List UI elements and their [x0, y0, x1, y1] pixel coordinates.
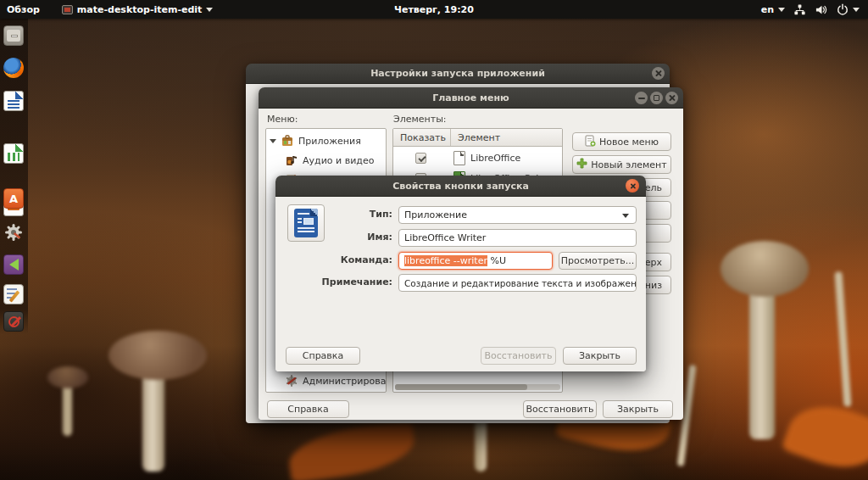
- desktop: Настройки запуска приложений Главное мен…: [0, 0, 868, 480]
- dialog-launcher-properties: Свойства кнопки запуска Тип: Приложение: [275, 176, 646, 371]
- name-input[interactable]: LibreOffice Writer: [398, 229, 637, 247]
- name-value: LibreOffice Writer: [404, 232, 486, 243]
- app-window-icon: [62, 5, 73, 14]
- button-label: Восстановить: [526, 404, 594, 415]
- tree-item-administration[interactable]: Администрировани: [266, 371, 386, 390]
- type-value: Приложение: [404, 209, 467, 220]
- autumn-leaf: [286, 420, 418, 480]
- comment-value: Создание и редактирование текста и изобр…: [404, 278, 637, 288]
- close-icon[interactable]: [665, 92, 678, 104]
- close-icon[interactable]: [652, 67, 665, 80]
- session-menu[interactable]: [837, 0, 860, 19]
- close-button[interactable]: Закрыть: [563, 347, 637, 365]
- browse-button[interactable]: Просмотреть...: [559, 252, 637, 270]
- expander-icon[interactable]: [270, 139, 276, 143]
- window-list-label: mate-desktop-item-edit: [77, 4, 203, 15]
- media-player-icon[interactable]: [3, 254, 24, 275]
- libreoffice-icon: [453, 151, 465, 165]
- window-title: Главное меню: [432, 92, 509, 103]
- top-panel: Обзор mate-desktop-item-edit Четверг, 19…: [0, 0, 868, 19]
- list-header: Показать Элемент: [393, 129, 562, 147]
- plus-icon: [576, 158, 587, 171]
- close-icon[interactable]: [626, 179, 639, 193]
- command-label: Команда:: [326, 254, 392, 265]
- indicator-area: en: [761, 0, 868, 19]
- titlebar-main-menu[interactable]: Главное меню: [259, 87, 683, 109]
- audio-video-icon: [285, 153, 298, 167]
- list-item-label: LibreOffice: [470, 153, 520, 164]
- tree-item-applications[interactable]: Приложения: [266, 131, 386, 150]
- window-list-button[interactable]: mate-desktop-item-edit: [55, 0, 220, 19]
- chevron-down-icon: [206, 8, 213, 12]
- button-label: Восстановить: [485, 350, 553, 361]
- comment-input[interactable]: Создание и редактирование текста и изобр…: [398, 274, 637, 292]
- minimize-icon[interactable]: [635, 92, 648, 104]
- tree-item-label: Администрировани: [303, 376, 387, 387]
- libreoffice-writer-dock-icon[interactable]: [3, 91, 24, 111]
- revert-button-disabled: Восстановить: [481, 347, 556, 365]
- libreoffice-writer-icon: [294, 209, 318, 237]
- comment-label: Примечание:: [306, 276, 392, 287]
- command-rest: %U: [487, 255, 506, 266]
- dock: A: [0, 19, 28, 334]
- name-label: Имя:: [326, 232, 392, 243]
- items-section-label: Элементы:: [393, 114, 447, 125]
- button-label: Закрыть: [579, 350, 620, 361]
- new-menu-button[interactable]: Новое меню: [572, 132, 671, 151]
- keyboard-layout-label: en: [761, 4, 774, 15]
- new-item-button[interactable]: Новый элемент: [572, 155, 671, 174]
- text-editor-icon[interactable]: [3, 284, 24, 304]
- network-icon[interactable]: [793, 3, 806, 16]
- help-button[interactable]: Справка: [286, 347, 360, 365]
- maximize-icon[interactable]: [650, 92, 663, 104]
- button-label: Закрыть: [617, 404, 659, 415]
- launcher-icon-button[interactable]: [287, 204, 325, 242]
- dialog-body: Тип: Приложение Имя: LibreOffice Writer …: [275, 197, 646, 371]
- menu-section-label: Меню:: [267, 114, 298, 125]
- selected-text: libreoffice --writer: [404, 255, 487, 266]
- column-element[interactable]: Элемент: [451, 129, 500, 146]
- screenshot-tool-icon[interactable]: [3, 311, 24, 332]
- type-label: Тип:: [326, 209, 392, 220]
- titlebar-launch-settings[interactable]: Настройки запуска приложений: [246, 64, 670, 84]
- administration-icon: [285, 374, 298, 388]
- help-button[interactable]: Справка: [267, 400, 349, 418]
- software-center-icon[interactable]: A: [3, 188, 24, 209]
- revert-button[interactable]: Восстановить: [523, 400, 597, 418]
- dialog-title: Свойства кнопки запуска: [392, 181, 529, 192]
- button-label: Просмотреть...: [561, 255, 635, 266]
- overview-label: Обзор: [7, 4, 40, 15]
- firefox-icon[interactable]: [3, 58, 24, 78]
- button-label: Новое меню: [599, 137, 659, 148]
- window-title: Настройки запуска приложений: [370, 68, 545, 79]
- tree-item-audio-video[interactable]: Аудио и видео: [266, 151, 386, 170]
- command-input[interactable]: libreoffice --writer %U: [398, 252, 553, 270]
- column-show[interactable]: Показать: [393, 129, 451, 146]
- chevron-down-icon: [853, 8, 860, 12]
- autumn-leaf: [781, 393, 868, 480]
- control-center-icon[interactable]: [3, 222, 24, 243]
- file-manager-icon[interactable]: [3, 25, 24, 46]
- chevron-down-icon: [622, 214, 629, 218]
- tree-item-label: Приложения: [298, 136, 361, 147]
- button-label: Новый элемент: [591, 159, 666, 170]
- menu-overview[interactable]: Обзор: [0, 0, 47, 19]
- horizontal-scrollbar[interactable]: [395, 384, 560, 390]
- button-label: Справка: [303, 350, 343, 361]
- type-dropdown[interactable]: Приложение: [398, 206, 637, 224]
- titlebar-launcher-properties[interactable]: Свойства кнопки запуска: [275, 176, 646, 197]
- libreoffice-calc-dock-icon[interactable]: [3, 143, 24, 164]
- list-row-libreoffice[interactable]: LibreOffice: [393, 148, 562, 168]
- checkbox-checked[interactable]: [415, 153, 426, 164]
- volume-icon[interactable]: [815, 3, 828, 16]
- button-label: Справка: [287, 404, 328, 415]
- tree-item-label: Аудио и видео: [303, 155, 374, 166]
- close-button[interactable]: Закрыть: [603, 400, 673, 418]
- chevron-down-icon: [778, 8, 785, 12]
- power-icon: [837, 3, 849, 15]
- new-menu-icon: [585, 135, 596, 149]
- keyboard-indicator[interactable]: en: [761, 0, 785, 19]
- applications-icon: [281, 134, 294, 148]
